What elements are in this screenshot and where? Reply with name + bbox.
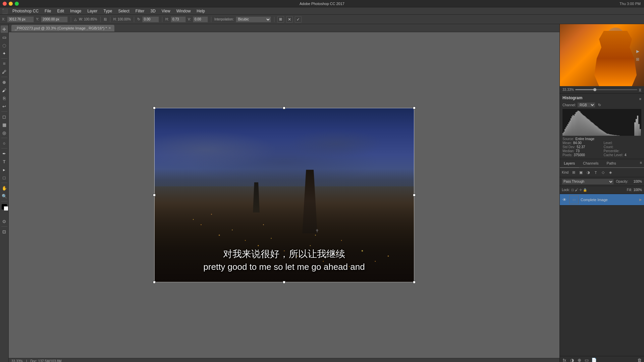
- record-button[interactable]: ⊞: [635, 56, 641, 62]
- handle-top-center[interactable]: [283, 107, 285, 109]
- filter-kind-button[interactable]: ⊞: [571, 170, 577, 176]
- menu-edit[interactable]: Edit: [54, 8, 67, 14]
- zoom-tool[interactable]: 🔍: [1, 192, 8, 200]
- histogram-refresh-button[interactable]: ↻: [598, 103, 601, 107]
- channel-select[interactable]: RGB Red Green Blue: [577, 102, 595, 108]
- svg-rect-52: [614, 135, 615, 136]
- spot-heal-tool[interactable]: ⊕: [1, 78, 8, 86]
- gradient-tool[interactable]: ▦: [1, 121, 8, 128]
- menu-image[interactable]: Image: [67, 8, 84, 14]
- menu-type[interactable]: Type: [101, 8, 115, 14]
- clone-tool[interactable]: ⎘: [1, 95, 8, 102]
- pen-tool[interactable]: ✒: [1, 150, 8, 157]
- tab-layers[interactable]: Layers: [560, 159, 579, 168]
- v-skew-input[interactable]: [193, 16, 208, 22]
- new-layer-button[interactable]: 📄: [591, 357, 597, 362]
- x-input[interactable]: [7, 16, 34, 22]
- lock-transparent-button[interactable]: ⊡: [571, 188, 574, 192]
- filter-adjustment-button[interactable]: ◑: [585, 170, 591, 176]
- confirm-transform-button[interactable]: ✓: [295, 16, 302, 23]
- handle-top-right[interactable]: [413, 107, 416, 109]
- handle-middle-right[interactable]: [413, 194, 416, 196]
- filter-shape-button[interactable]: ◇: [600, 170, 606, 176]
- add-mask-button[interactable]: ◑: [569, 357, 575, 362]
- handle-top-left[interactable]: [153, 107, 156, 109]
- layer-visibility-button[interactable]: 👁: [562, 197, 567, 202]
- menu-view[interactable]: View: [159, 8, 173, 14]
- screen-mode[interactable]: ⊡: [1, 228, 8, 235]
- warp-button[interactable]: ⊞: [277, 16, 284, 23]
- quick-mask[interactable]: ⊙: [1, 218, 8, 225]
- menu-layer[interactable]: Layer: [85, 8, 100, 14]
- canvas-area: _PRO2273.psd @ 33.3% (Complete Image , R…: [9, 24, 559, 362]
- svg-rect-17: [580, 112, 581, 136]
- eyedropper-tool[interactable]: 🖉: [1, 68, 8, 75]
- filter-type-button[interactable]: T: [593, 170, 599, 176]
- eraser-tool[interactable]: ◻: [1, 113, 8, 120]
- h-skew-input[interactable]: [171, 16, 186, 22]
- menu-file[interactable]: File: [42, 8, 54, 14]
- rotation-input[interactable]: [142, 16, 159, 22]
- delete-layer-button[interactable]: 🗑: [636, 357, 643, 362]
- zoom-handle[interactable]: [593, 88, 596, 91]
- svg-rect-29: [592, 122, 593, 136]
- handle-middle-left[interactable]: [153, 194, 156, 196]
- history-brush-tool[interactable]: ↩: [1, 103, 8, 110]
- lock-all-button[interactable]: 🔒: [583, 188, 587, 192]
- hand-tool[interactable]: ✋: [1, 184, 8, 192]
- filter-smartobj-button[interactable]: ◈: [607, 170, 613, 176]
- menu-window[interactable]: Window: [174, 8, 194, 14]
- y-input[interactable]: [41, 16, 68, 22]
- interpolation-select[interactable]: Bicubic Bilinear Nearest Neighbor: [236, 16, 271, 22]
- menu-3d[interactable]: 3D: [148, 8, 158, 14]
- main-layout: ✛ ▭ ◌ ✦ ⌗ 🖉 ⊕ 🖌 ⎘ ↩ ◻ ▦ ◎ ○ ✒ T ▸ □ ✋ 🔍 …: [0, 24, 644, 362]
- filter-pixel-button[interactable]: ▣: [578, 170, 584, 176]
- rect-select-tool[interactable]: ▭: [1, 34, 8, 41]
- count-label: Count:: [604, 145, 613, 149]
- tab-paths[interactable]: Paths: [603, 159, 620, 168]
- new-group-button[interactable]: ▭: [583, 357, 590, 362]
- doc-tab-item[interactable]: _PRO2273.psd @ 33.3% (Complete Image , R…: [11, 25, 114, 32]
- add-fx-button[interactable]: fx: [561, 357, 568, 362]
- foreground-color[interactable]: [2, 204, 7, 209]
- handle-bottom-center[interactable]: [283, 281, 285, 284]
- zoom-bar[interactable]: [575, 89, 637, 90]
- doc-close-button[interactable]: ✕: [108, 26, 111, 30]
- empty-cell: [604, 137, 642, 141]
- svg-rect-13: [576, 112, 577, 136]
- shape-tool[interactable]: □: [1, 174, 8, 181]
- menu-select[interactable]: Select: [115, 8, 132, 14]
- add-adjustment-button[interactable]: ⊕: [576, 357, 583, 362]
- maximize-button[interactable]: [15, 2, 19, 6]
- menu-filter[interactable]: Filter: [133, 8, 147, 14]
- svg-rect-10: [573, 115, 574, 136]
- menu-photoshopcc[interactable]: Photoshop CC: [10, 8, 41, 14]
- lasso-tool[interactable]: ◌: [1, 42, 8, 49]
- brush-tool[interactable]: 🖌: [1, 86, 8, 94]
- tab-channels[interactable]: Channels: [579, 159, 602, 168]
- menu-help[interactable]: Help: [194, 8, 208, 14]
- close-button[interactable]: [3, 2, 7, 6]
- layer-expand-arrow[interactable]: ▶: [639, 198, 642, 201]
- layer-item-complete-image[interactable]: 👁 ▭ Complete Image ▶: [560, 194, 644, 205]
- kind-label: Kind: [562, 171, 569, 174]
- svg-rect-27: [590, 121, 591, 136]
- play-button[interactable]: ▶: [635, 48, 641, 54]
- blur-tool[interactable]: ◎: [1, 129, 8, 136]
- crop-tool[interactable]: ⌗: [1, 60, 8, 67]
- move-tool[interactable]: ✛: [1, 25, 8, 33]
- text-tool[interactable]: T: [1, 158, 8, 165]
- lock-image-button[interactable]: 🖌: [575, 188, 578, 192]
- cancel-transform-button[interactable]: ✕: [286, 16, 293, 23]
- histogram-menu-button[interactable]: ≡: [639, 97, 641, 101]
- path-select-tool[interactable]: ▸: [1, 166, 8, 173]
- layers-panel-menu[interactable]: ≡: [638, 159, 644, 167]
- blend-mode-select[interactable]: Pass Through Normal Multiply Screen Over…: [562, 179, 614, 185]
- handle-bottom-right[interactable]: [413, 281, 416, 284]
- magic-wand-tool[interactable]: ✦: [1, 50, 8, 57]
- minimize-button[interactable]: [9, 2, 13, 6]
- dodge-tool[interactable]: ○: [1, 139, 8, 147]
- handle-bottom-left[interactable]: [153, 281, 156, 284]
- lock-position-button[interactable]: ✛: [579, 188, 582, 192]
- cache-label: Cache Level:: [604, 153, 623, 157]
